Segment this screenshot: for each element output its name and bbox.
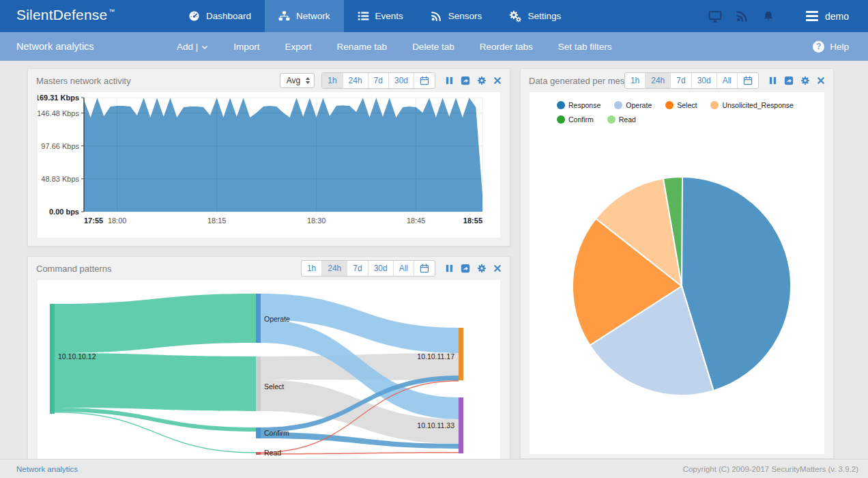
sankey-node-label: 10.10.10.12	[58, 352, 96, 361]
sankey-link[interactable]	[55, 353, 256, 411]
legend-item-read[interactable]: Read	[607, 115, 636, 124]
calendar-button[interactable]	[737, 73, 758, 88]
nav-label: Events	[375, 11, 403, 21]
panel-header: Masters network activity Avg 1h 24h 7d 3…	[28, 69, 510, 92]
sankey-link[interactable]	[55, 408, 256, 432]
rename-tab-button[interactable]: Rename tab	[337, 42, 388, 52]
calendar-button[interactable]	[414, 261, 435, 276]
chevron-down-icon	[201, 42, 208, 52]
x-tick-label: 18:55	[463, 216, 482, 225]
range-30d-button[interactable]: 30d	[368, 261, 393, 276]
calendar-button[interactable]	[414, 73, 435, 88]
panel-command-patterns: Command patterns 1h 24h 7d 30d All	[27, 256, 510, 459]
legend-item-unsolicited-response[interactable]: Unsolicited_Response	[710, 101, 793, 109]
nav-item-sensors[interactable]: Sensors	[417, 0, 496, 32]
gear-icon[interactable]	[477, 76, 487, 85]
gear-icon[interactable]	[800, 76, 810, 85]
area-chart[interactable]: 17:5518:0018:1518:3018:4518:55169.31 Kbp…	[38, 92, 502, 238]
range-24h-button[interactable]: 24h	[343, 73, 368, 88]
sankey-link[interactable]	[261, 452, 459, 455]
share-icon[interactable]	[461, 76, 470, 85]
range-1h-button[interactable]: 1h	[322, 73, 342, 88]
legend-item-confirm[interactable]: Confirm	[557, 115, 594, 124]
range-1h-button[interactable]: 1h	[625, 73, 645, 88]
sankey-link[interactable]	[55, 294, 256, 353]
range-24h-button[interactable]: 24h	[321, 261, 347, 276]
add-tab-button[interactable]: Add |	[177, 42, 208, 52]
user-menu[interactable]: demo	[806, 11, 849, 22]
range-24h-button[interactable]: 24h	[645, 73, 670, 88]
footer-tab-link[interactable]: Network analytics	[0, 465, 78, 473]
close-icon[interactable]	[817, 76, 825, 85]
legend-item-operate[interactable]: Operate	[614, 101, 652, 109]
sankey-node[interactable]	[256, 452, 261, 455]
export-button[interactable]: Export	[285, 42, 312, 52]
panel-action-icons	[445, 76, 502, 85]
time-range-group: 1h 24h 7d 30d	[321, 72, 435, 89]
range-7d-button[interactable]: 7d	[670, 73, 691, 88]
sankey-node[interactable]	[256, 427, 261, 438]
legend-dot	[557, 101, 565, 109]
range-30d-button[interactable]: 30d	[691, 73, 717, 88]
import-button[interactable]: Import	[233, 42, 259, 52]
aggregation-select[interactable]: Avg	[280, 73, 315, 88]
nav-item-network[interactable]: Network	[265, 0, 344, 32]
sankey-node[interactable]	[50, 304, 55, 414]
reorder-tabs-button[interactable]: Reorder tabs	[480, 42, 533, 52]
share-icon[interactable]	[461, 264, 470, 273]
pie-chart-box: Response Operate Select Unsolicited_Resp…	[530, 92, 824, 454]
bell-icon[interactable]	[762, 10, 775, 23]
set-tab-filters-button[interactable]: Set tab filters	[558, 42, 612, 52]
brand-logo[interactable]: SilentDefense™	[0, 0, 175, 32]
range-1h-button[interactable]: 1h	[302, 261, 321, 276]
help-button[interactable]: ? Help	[813, 41, 868, 53]
gear-icon[interactable]	[477, 264, 487, 273]
range-all-button[interactable]: All	[717, 73, 737, 88]
broadcast-status-icon[interactable]	[736, 10, 749, 23]
share-icon[interactable]	[784, 76, 794, 85]
footer: Network analytics Copyright (C) 2009-201…	[0, 459, 868, 478]
y-tick-label: 0.00 bps	[49, 208, 79, 216]
sankey-node[interactable]	[459, 397, 463, 453]
legend-item-response[interactable]: Response	[557, 101, 601, 109]
pause-icon[interactable]	[445, 264, 454, 273]
panel-title: Masters network activity	[36, 76, 280, 86]
select-caret-icon	[306, 77, 310, 84]
close-icon[interactable]	[493, 76, 502, 85]
panel-controls: 1h 24h 7d 30d All	[624, 72, 825, 89]
legend-item-select[interactable]: Select	[665, 101, 697, 109]
range-all-button[interactable]: All	[393, 261, 414, 276]
brand-text: SilentDefense	[16, 7, 107, 23]
nav-item-settings[interactable]: Settings	[495, 0, 575, 32]
range-7d-button[interactable]: 7d	[368, 73, 388, 88]
sankey-node-label: Select	[264, 382, 284, 391]
pause-icon[interactable]	[768, 76, 777, 85]
menu-icon	[806, 11, 818, 21]
area-series[interactable]	[84, 98, 482, 212]
sankey-node[interactable]	[256, 356, 261, 411]
delete-tab-button[interactable]: Delete tab	[412, 42, 454, 52]
range-7d-button[interactable]: 7d	[347, 261, 367, 276]
sankey-node-label: Confirm	[264, 429, 289, 437]
navbar-right: demo	[708, 0, 868, 32]
nav-label: Settings	[527, 11, 561, 21]
sankey-node[interactable]	[256, 294, 261, 343]
sankey-chart[interactable]: 10.10.10.12OperateSelectConfirmRead10.10…	[38, 280, 502, 459]
y-tick-label: 97.66 Kbps	[41, 142, 79, 150]
nav-item-events[interactable]: Events	[344, 0, 417, 32]
pause-icon[interactable]	[445, 76, 454, 85]
tab-toolbar: Network analytics Add | Import Export Re…	[0, 32, 868, 61]
nav-label: Sensors	[448, 11, 482, 21]
legend-dot	[557, 115, 565, 124]
help-label: Help	[830, 42, 849, 52]
nav-label: Network	[296, 11, 330, 21]
pie-chart[interactable]	[530, 124, 826, 446]
nav-item-dashboard[interactable]: Dashboard	[175, 0, 265, 32]
sankey-node[interactable]	[459, 328, 463, 380]
y-tick-label: 48.83 Kbps	[41, 175, 79, 183]
y-tick-label: 146.48 Kbps	[38, 109, 79, 117]
panel-action-icons	[768, 76, 825, 85]
close-icon[interactable]	[493, 264, 502, 272]
monitor-icon[interactable]	[708, 10, 722, 23]
range-30d-button[interactable]: 30d	[388, 73, 414, 88]
